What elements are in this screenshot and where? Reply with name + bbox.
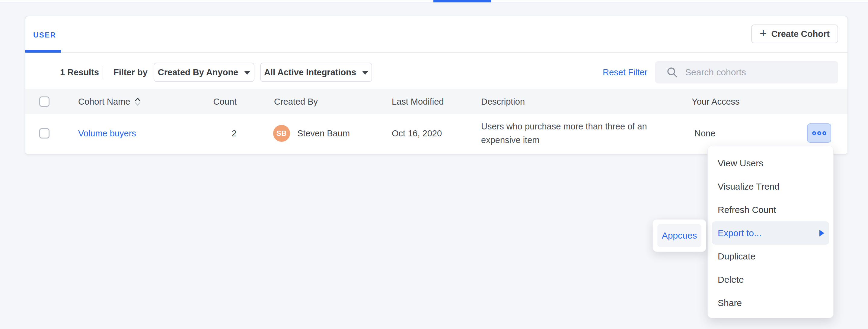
menu-item-delete[interactable]: Delete — [708, 268, 833, 291]
row-context-menu: View Users Visualize Trend Refresh Count… — [707, 146, 834, 318]
integrations-dropdown[interactable]: All Active Integrations — [260, 63, 372, 82]
ellipsis-icon — [812, 131, 816, 135]
cohorts-page: USER + Create Cohort 1 Results Filter by… — [0, 0, 868, 329]
integrations-dropdown-label: All Active Integrations — [264, 67, 356, 77]
search-input[interactable] — [684, 67, 828, 78]
submenu-arrow-icon — [819, 230, 824, 237]
created-by-dropdown[interactable]: Created By Anyone — [154, 63, 254, 82]
menu-item-share[interactable]: Share — [708, 291, 833, 314]
chevron-down-icon — [244, 71, 250, 75]
cohort-name-link[interactable]: Volume buyers — [78, 129, 136, 138]
filter-by-label: Filter by — [114, 67, 148, 77]
menu-item-duplicate[interactable]: Duplicate — [708, 245, 833, 268]
description-cell: Users who purchase more than three of an… — [481, 120, 660, 147]
chevron-down-icon — [362, 71, 368, 75]
row-actions-button[interactable] — [807, 124, 831, 143]
creator-name-cell: Steven Baum — [297, 129, 350, 138]
count-cell: 2 — [188, 129, 237, 138]
column-header-your-access: Your Access — [692, 97, 740, 107]
avatar: SB — [273, 125, 290, 142]
column-header-count: Count — [188, 97, 237, 107]
row-checkbox[interactable] — [39, 128, 50, 138]
sort-icon — [134, 96, 142, 107]
column-header-last-modified: Last Modified — [392, 97, 444, 107]
search-icon — [666, 66, 678, 78]
menu-item-visualize-trend[interactable]: Visualize Trend — [708, 175, 833, 198]
create-cohort-button[interactable]: + Create Cohort — [751, 25, 838, 43]
filter-bar: 1 Results Filter by Created By Anyone Al… — [25, 61, 847, 83]
cohorts-card: USER + Create Cohort 1 Results Filter by… — [25, 16, 848, 155]
tab-user-underline — [25, 50, 61, 53]
table-header: Cohort Name Count Created By Last Modifi… — [25, 89, 847, 114]
select-all-checkbox[interactable] — [39, 97, 50, 107]
your-access-cell: None — [694, 129, 715, 138]
column-header-created-by: Created By — [274, 97, 318, 107]
column-header-description: Description — [481, 97, 525, 107]
export-to-label: Export to... — [718, 228, 762, 238]
reset-filter-link[interactable]: Reset Filter — [603, 67, 647, 77]
plus-icon: + — [760, 27, 767, 39]
menu-item-export-to[interactable]: Export to... — [712, 221, 829, 245]
search-box[interactable] — [655, 61, 838, 83]
tab-user[interactable]: USER — [33, 31, 56, 39]
export-submenu: Appcues — [652, 219, 706, 252]
cohort-name-header-label: Cohort Name — [78, 97, 130, 107]
ellipsis-icon — [823, 131, 826, 135]
column-header-cohort-name[interactable]: Cohort Name — [78, 96, 142, 107]
active-tab-indicator — [433, 0, 491, 2]
menu-item-refresh-count[interactable]: Refresh Count — [708, 198, 833, 221]
submenu-item-appcues[interactable]: Appcues — [657, 224, 702, 247]
header-divider — [25, 52, 847, 53]
last-modified-cell: Oct 16, 2020 — [392, 129, 442, 138]
create-cohort-label: Create Cohort — [771, 29, 830, 39]
ellipsis-icon — [817, 131, 821, 135]
results-count: 1 Results — [60, 67, 99, 77]
divider — [103, 66, 103, 79]
menu-item-view-users[interactable]: View Users — [708, 152, 833, 175]
created-by-dropdown-label: Created By Anyone — [158, 67, 238, 77]
